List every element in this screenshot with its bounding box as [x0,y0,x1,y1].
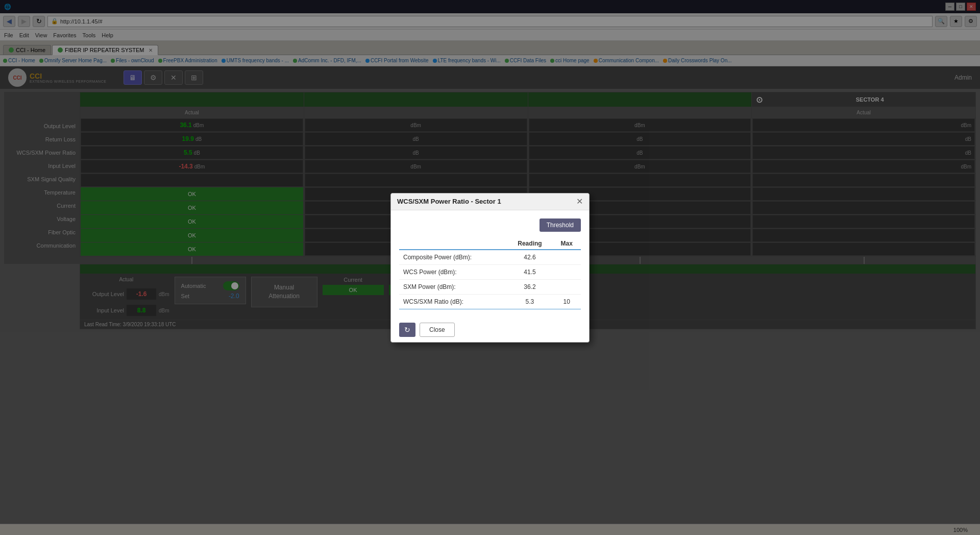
modal-col-reading: Reading [507,238,552,250]
row4-label: WCS/SXM Ratio (dB): [399,294,507,309]
table-row: Composite Power (dBm): 42.6 [399,250,581,265]
modal-close-x-button[interactable]: ✕ [576,198,583,206]
threshold-button[interactable]: Threshold [540,218,581,232]
row1-max [553,250,581,265]
row2-max [553,264,581,279]
row3-reading: 36.2 [507,279,552,294]
row2-label: WCS Power (dBm): [399,264,507,279]
modal-title: WCS/SXM Power Ratio - Sector 1 [397,198,501,205]
table-row: SXM Power (dBm): 36.2 [399,279,581,294]
modal-table: Reading Max Composite Power (dBm): 42.6 … [399,238,581,309]
row3-max [553,279,581,294]
table-row: WCS Power (dBm): 41.5 [399,264,581,279]
row1-reading: 42.6 [507,250,552,265]
row4-max: 10 [553,294,581,309]
table-row: WCS/SXM Ratio (dB): 5.3 10 [399,294,581,309]
modal-close-button[interactable]: Close [420,323,455,337]
modal-body: Threshold Reading Max Composite Power (d… [391,210,589,318]
modal-col-max: Max [553,238,581,250]
modal-dialog: WCS/SXM Power Ratio - Sector 1 ✕ Thresho… [390,193,590,343]
row1-label: Composite Power (dBm): [399,250,507,265]
modal-header: WCS/SXM Power Ratio - Sector 1 ✕ [391,193,589,210]
modal-col-label [399,238,507,250]
row2-reading: 41.5 [507,264,552,279]
row3-label: SXM Power (dBm): [399,279,507,294]
modal-overlay: WCS/SXM Power Ratio - Sector 1 ✕ Thresho… [0,0,980,535]
row4-reading: 5.3 [507,294,552,309]
modal-refresh-button[interactable]: ↻ [399,323,415,337]
modal-footer: ↻ Close [391,318,589,342]
